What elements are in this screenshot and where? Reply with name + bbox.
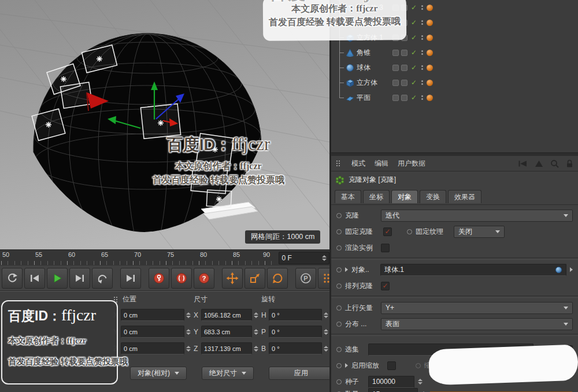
phong-tag-icon[interactable]	[427, 80, 433, 86]
anim-ring-icon[interactable]	[336, 245, 342, 251]
autokey-button[interactable]	[171, 268, 192, 289]
tab-effectors[interactable]: 效果器	[448, 190, 481, 203]
layer-toggle[interactable]	[392, 50, 399, 56]
frame-stepper[interactable]	[322, 255, 327, 261]
visibility-dots[interactable]	[421, 5, 423, 10]
enabled-check-icon[interactable]: ✓	[411, 4, 417, 11]
layer-toggle[interactable]	[401, 95, 407, 101]
timeline-ruler[interactable]: 50 55 60 65 70 75 80 85 90 0 F	[0, 249, 329, 266]
coord-system-button[interactable]: P	[295, 268, 316, 289]
clone-mode-dropdown[interactable]: 迭代	[381, 210, 573, 222]
object-link-field[interactable]: 球体.1	[380, 264, 566, 276]
pos-z-field[interactable]: 0 cm	[121, 342, 184, 354]
anim-ring-icon[interactable]	[336, 283, 342, 289]
link-menu-caret-icon[interactable]	[570, 267, 573, 272]
menu-user-data[interactable]: 用户数据	[398, 159, 425, 169]
layer-toggle[interactable]	[392, 65, 399, 71]
object-row[interactable]: 平面 ✓	[331, 90, 578, 105]
count-field[interactable]: 15	[368, 388, 418, 392]
distribution-dropdown[interactable]: 表面	[381, 318, 573, 330]
apply-button[interactable]: 应用	[269, 367, 334, 380]
phong-tag-icon[interactable]	[427, 65, 433, 71]
phong-tag-icon[interactable]	[427, 35, 433, 41]
keyframe-selection-button[interactable]: ?	[194, 268, 214, 289]
align-clone-checkbox[interactable]	[381, 282, 390, 290]
tab-coordinates[interactable]: 坐标	[363, 190, 390, 203]
phong-tag-icon[interactable]	[427, 20, 433, 26]
size-x-field[interactable]: 1056.182 cm	[201, 309, 252, 321]
cycle-playback-button[interactable]	[2, 268, 23, 289]
size-z-stepper[interactable]	[254, 346, 258, 352]
layer-toggle[interactable]	[401, 65, 407, 71]
phong-tag-icon[interactable]	[427, 50, 433, 56]
seed-field[interactable]: 100000	[368, 376, 414, 388]
anim-ring-icon[interactable]	[336, 267, 342, 272]
visibility-dots[interactable]	[421, 80, 423, 85]
rot-b-stepper[interactable]	[324, 346, 328, 352]
size-x-stepper[interactable]	[254, 312, 258, 318]
anim-ring-icon[interactable]	[336, 347, 342, 352]
rot-b-field[interactable]: 0 °	[269, 342, 322, 354]
lock-icon[interactable]	[566, 159, 573, 168]
tab-basic[interactable]: 基本	[335, 190, 361, 203]
current-frame-field[interactable]: 0 F	[279, 252, 329, 264]
up-vector-dropdown[interactable]: Y+	[381, 302, 573, 314]
pos-x-field[interactable]: 0 cm	[121, 309, 184, 321]
history-back-icon[interactable]	[518, 160, 528, 167]
anim-ring-icon[interactable]	[336, 363, 342, 368]
menu-edit[interactable]: 编辑	[375, 159, 388, 169]
layer-toggle[interactable]	[401, 50, 407, 56]
expand-caret-icon[interactable]	[345, 267, 348, 272]
arrow-up-icon[interactable]	[535, 160, 543, 167]
seed-stepper[interactable]	[418, 379, 423, 384]
object-row[interactable]: 角锥 ✓	[331, 45, 578, 60]
anim-ring-icon[interactable]	[407, 229, 412, 234]
render-instance-checkbox[interactable]	[381, 244, 390, 252]
phong-tag-icon[interactable]	[427, 5, 433, 11]
rot-p-field[interactable]: 0 °	[269, 326, 322, 338]
visibility-dots[interactable]	[421, 20, 423, 25]
visibility-dots[interactable]	[421, 65, 423, 70]
phong-tag-icon[interactable]	[427, 95, 433, 101]
rot-h-stepper[interactable]	[324, 312, 328, 318]
expand-caret-icon[interactable]	[345, 363, 348, 368]
layer-toggle[interactable]	[392, 95, 399, 101]
anim-ring-icon[interactable]	[336, 322, 342, 327]
goto-prev-key-button[interactable]	[24, 268, 45, 289]
record-keyframe-button[interactable]	[149, 268, 169, 289]
enabled-check-icon[interactable]: ✓	[411, 79, 417, 86]
enable-scale-checkbox[interactable]	[387, 361, 396, 370]
timeline-ticks[interactable]: 50 55 60 65 70 75 80 85 90	[0, 250, 277, 266]
fixed-clone-checkbox[interactable]	[383, 227, 392, 236]
size-y-stepper[interactable]	[254, 329, 258, 335]
anim-ring-icon[interactable]	[336, 305, 342, 311]
tab-object[interactable]: 对象	[391, 190, 418, 203]
size-y-field[interactable]: 683.3 cm	[201, 326, 252, 338]
fixed-texture-dropdown[interactable]: 关闭	[454, 226, 505, 238]
enabled-check-icon[interactable]: ✓	[411, 19, 417, 26]
size-mode-dropdown[interactable]: 绝对尺寸	[202, 367, 254, 380]
layer-toggle[interactable]	[392, 80, 399, 86]
rot-p-stepper[interactable]	[324, 329, 328, 335]
menu-mode[interactable]: 模式	[351, 159, 365, 169]
anim-ring-icon[interactable]	[336, 213, 342, 218]
enabled-check-icon[interactable]: ✓	[411, 94, 417, 101]
pos-z-stepper[interactable]	[186, 346, 191, 352]
size-z-field[interactable]: 1317.139 cm	[201, 342, 252, 354]
visibility-dots[interactable]	[421, 50, 423, 55]
goto-end-button[interactable]	[120, 268, 141, 289]
visibility-dots[interactable]	[421, 35, 423, 40]
enabled-check-icon[interactable]: ✓	[411, 34, 417, 41]
layer-toggle[interactable]	[401, 80, 407, 86]
search-icon[interactable]	[550, 159, 559, 168]
rotate-tool-button[interactable]	[267, 268, 288, 289]
rot-h-field[interactable]: 0 °	[269, 309, 322, 321]
pos-y-field[interactable]: 0 cm	[121, 326, 184, 338]
object-row[interactable]: 球体 ✓	[331, 60, 578, 75]
scale-tool-button[interactable]	[244, 268, 265, 289]
enabled-check-icon[interactable]: ✓	[411, 49, 417, 56]
visibility-dots[interactable]	[421, 95, 423, 100]
play-button[interactable]	[47, 268, 68, 289]
move-tool-button[interactable]	[222, 268, 243, 289]
loop-button[interactable]	[92, 268, 113, 289]
